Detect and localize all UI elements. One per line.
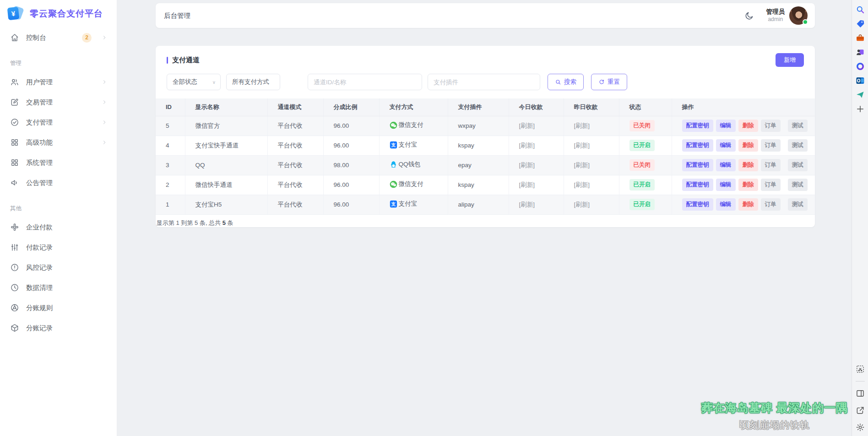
pay-method-label: 支付宝 xyxy=(399,200,418,208)
shopping-icon[interactable] xyxy=(855,19,865,29)
edit-button[interactable]: 编辑 xyxy=(716,159,736,171)
sidebar-item-wheel[interactable]: 分账规则 xyxy=(0,298,117,318)
refresh-today-link[interactable]: [刷新] xyxy=(519,122,535,129)
configure-key-button[interactable]: 配置密钥 xyxy=(682,120,713,132)
lyrics-overlay: 葬在海岛墓碑 最深处的一隅 顷刻崩塌的铁轨 xyxy=(701,400,848,431)
configure-key-button[interactable]: 配置密钥 xyxy=(682,198,713,211)
configure-key-button[interactable]: 配置密钥 xyxy=(682,159,713,171)
cell-pay-method: QQ钱包 xyxy=(379,155,448,175)
sidebar-item-sliders[interactable]: 付款记录 xyxy=(0,237,117,257)
sidebar-item-grid[interactable]: 高级功能 xyxy=(0,132,117,153)
brand-name: 零云聚合支付平台 xyxy=(30,8,103,20)
cell-actions: 配置密钥编辑删除订单测试 xyxy=(672,175,815,195)
column-header: 操作 xyxy=(672,98,815,116)
edit-button[interactable]: 编辑 xyxy=(716,139,736,152)
test-button[interactable]: 测试 xyxy=(788,198,808,211)
sidebar-item-users[interactable]: 用户管理 xyxy=(0,72,117,92)
order-button[interactable]: 订单 xyxy=(761,179,781,191)
games-icon[interactable] xyxy=(855,47,865,57)
svg-text:支: 支 xyxy=(391,142,396,147)
column-header: 昨日收款 xyxy=(564,98,619,116)
edit-button[interactable]: 编辑 xyxy=(716,120,736,132)
plugin-input[interactable] xyxy=(428,74,540,90)
edit-button[interactable]: 编辑 xyxy=(716,179,736,191)
refresh-today-link[interactable]: [刷新] xyxy=(519,162,535,169)
reset-button[interactable]: 重置 xyxy=(591,74,627,90)
sidebar-section-title: 管理 xyxy=(0,48,117,72)
column-header: 状态 xyxy=(619,98,672,116)
topbar-right: 管理员 admin xyxy=(743,6,810,25)
sidebar-item-clock[interactable]: 数据清理 xyxy=(0,278,117,298)
page-title: 后台管理 xyxy=(164,11,190,20)
configure-key-button[interactable]: 配置密钥 xyxy=(682,139,713,152)
order-button[interactable]: 订单 xyxy=(761,198,781,211)
test-button[interactable]: 测试 xyxy=(788,179,808,191)
open-external-icon[interactable] xyxy=(855,405,865,415)
status-badge: 已开启 xyxy=(629,140,655,151)
split-screen-icon[interactable] xyxy=(855,388,865,398)
order-button[interactable]: 订单 xyxy=(761,120,781,132)
toolbox-icon[interactable] xyxy=(855,33,865,43)
brand[interactable]: ¥ 零云聚合支付平台 xyxy=(0,0,117,27)
refresh-yesterday-link[interactable]: [刷新] xyxy=(574,142,590,149)
delete-button[interactable]: 删除 xyxy=(738,139,758,152)
dark-mode-toggle[interactable] xyxy=(743,9,756,22)
test-button[interactable]: 测试 xyxy=(788,139,808,152)
refresh-today-link[interactable]: [刷新] xyxy=(519,181,535,188)
sidebar-item-box[interactable]: 分账记录 xyxy=(0,318,117,338)
configure-key-button[interactable]: 配置密钥 xyxy=(682,179,713,191)
add-button[interactable]: 新增 xyxy=(776,53,804,67)
sidebar-item-label: 支付管理 xyxy=(26,118,92,127)
search-icon xyxy=(555,79,561,85)
refresh-yesterday-link[interactable]: [刷新] xyxy=(574,181,590,188)
cell-display-name: 微信快手通道 xyxy=(185,175,267,195)
home-icon xyxy=(10,33,19,42)
sidebar-item-alert[interactable]: 风控记录 xyxy=(0,257,117,278)
sliders-icon xyxy=(10,243,19,252)
status-select[interactable]: 全部状态 ∨ xyxy=(167,74,221,90)
user-menu[interactable]: 管理员 admin xyxy=(766,6,810,25)
cell-actions: 配置密钥编辑删除订单测试 xyxy=(672,136,815,155)
cell-today-income: [刷新] xyxy=(509,116,564,136)
settings-icon[interactable] xyxy=(855,422,865,432)
delete-button[interactable]: 删除 xyxy=(738,179,758,191)
test-button[interactable]: 测试 xyxy=(788,120,808,132)
column-header: 通道模式 xyxy=(267,98,323,116)
m365-icon[interactable] xyxy=(855,61,865,71)
edit-button[interactable]: 编辑 xyxy=(716,198,736,211)
sidebar-item-edit[interactable]: 交易管理 xyxy=(0,92,117,112)
snip-icon[interactable] xyxy=(855,364,865,374)
send-icon[interactable] xyxy=(855,90,865,100)
sidebar-item-blocks[interactable]: 企业付款 xyxy=(0,217,117,237)
cell-split-ratio: 96.00 xyxy=(323,136,379,155)
order-button[interactable]: 订单 xyxy=(761,159,781,171)
delete-button[interactable]: 删除 xyxy=(738,159,758,171)
outlook-icon[interactable] xyxy=(855,76,865,86)
sidebar-item-speaker[interactable]: 公告管理 xyxy=(0,173,117,193)
sidebar-item-grid2[interactable]: 系统管理 xyxy=(0,153,117,173)
sidebar-item-label: 分账记录 xyxy=(26,324,108,332)
test-button[interactable]: 测试 xyxy=(788,159,808,171)
search-icon[interactable] xyxy=(855,5,865,15)
sidebar-item-label: 数据清理 xyxy=(26,283,108,292)
refresh-today-link[interactable]: [刷新] xyxy=(519,142,535,149)
box-icon xyxy=(10,323,19,332)
channel-id-input[interactable] xyxy=(308,74,422,90)
avatar[interactable] xyxy=(789,6,808,25)
add-icon[interactable] xyxy=(855,104,865,114)
method-select[interactable]: 所有支付方式 xyxy=(226,74,280,90)
order-button[interactable]: 订单 xyxy=(761,139,781,152)
refresh-yesterday-link[interactable]: [刷新] xyxy=(574,122,590,129)
search-button[interactable]: 搜索 xyxy=(548,74,584,90)
topbar: 后台管理 管理员 admin xyxy=(156,3,815,28)
refresh-today-link[interactable]: [刷新] xyxy=(519,201,535,208)
refresh-yesterday-link[interactable]: [刷新] xyxy=(574,201,590,208)
delete-button[interactable]: 删除 xyxy=(738,198,758,211)
refresh-yesterday-link[interactable]: [刷新] xyxy=(574,162,590,169)
browser-sidebar xyxy=(852,0,868,436)
sidebar-item-home[interactable]: 控制台2 xyxy=(0,27,117,48)
sidebar-item-label: 风控记录 xyxy=(26,263,108,272)
sidebar-item-check-circle[interactable]: 支付管理 xyxy=(0,112,117,132)
cell-today-income: [刷新] xyxy=(509,136,564,155)
delete-button[interactable]: 删除 xyxy=(738,120,758,132)
